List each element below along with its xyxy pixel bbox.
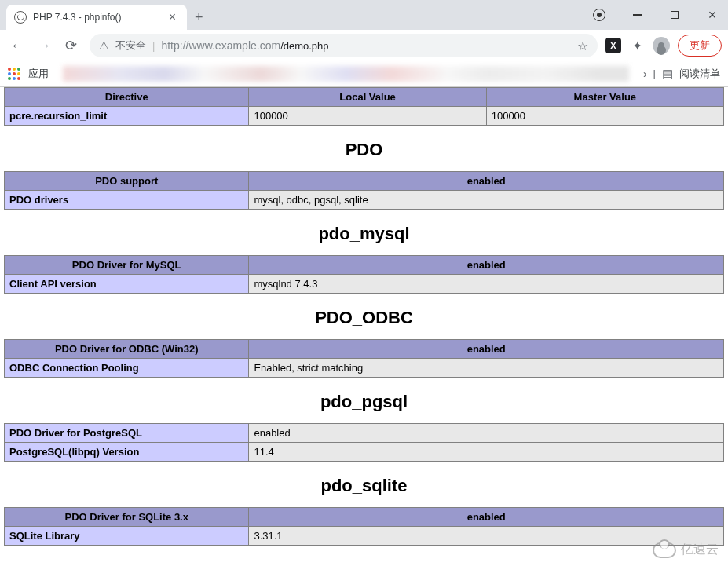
- row-val: 11.4: [249, 443, 724, 462]
- row-val: mysql, odbc, pgsql, sqlite: [249, 191, 724, 210]
- section-title-pdo-sqlite: pdo_sqlite: [4, 462, 724, 507]
- header-val: enabled: [249, 172, 724, 191]
- chevron-right-icon[interactable]: ›: [643, 68, 647, 80]
- header-val: enabled: [249, 340, 724, 359]
- table-header-row: Directive Local Value Master Value: [5, 88, 724, 107]
- table-row: PostgreSQL(libpq) Version 11.4: [5, 443, 724, 462]
- table-row: Client API version mysqlnd 7.4.3: [5, 275, 724, 294]
- col-local: Local Value: [249, 88, 486, 107]
- cloud-icon: [653, 542, 676, 558]
- address-bar[interactable]: ⚠ 不安全 | http://www.example.com/demo.php …: [90, 34, 598, 57]
- separator: |: [653, 68, 656, 79]
- row-key: ODBC Connection Pooling: [5, 359, 249, 378]
- table-row: ODBC Connection Pooling Enabled, strict …: [5, 359, 724, 378]
- close-icon[interactable]: ×: [166, 10, 179, 24]
- row-key: SQLite Library: [5, 527, 249, 546]
- pdo-table: PDO support enabled PDO drivers mysql, o…: [4, 171, 724, 210]
- watermark: 亿速云: [653, 542, 719, 558]
- back-button[interactable]: ←: [6, 35, 28, 57]
- reload-button[interactable]: ⟳: [60, 35, 82, 57]
- table-header-row: PDO Driver for ODBC (Win32) enabled: [5, 340, 724, 359]
- tab-title: PHP 7.4.3 - phpinfo(): [33, 12, 159, 23]
- section-title-pdo: PDO: [4, 126, 724, 171]
- update-button[interactable]: 更新: [678, 35, 722, 57]
- row-val: Enabled, strict matching: [249, 359, 724, 378]
- profile-avatar-icon[interactable]: [653, 37, 670, 54]
- row-key: PDO drivers: [5, 191, 249, 210]
- watermark-text: 亿速云: [681, 542, 719, 558]
- table-row: PDO drivers mysql, odbc, pgsql, sqlite: [5, 191, 724, 210]
- table-row: PDO Driver for PostgreSQL enabled: [5, 424, 724, 443]
- extension-icon[interactable]: X: [605, 38, 621, 53]
- reading-list-icon[interactable]: ▤: [662, 67, 673, 81]
- header-val: enabled: [249, 256, 724, 275]
- apps-label[interactable]: 应用: [28, 67, 49, 81]
- header-val: enabled: [249, 508, 724, 527]
- globe-icon: [14, 11, 27, 24]
- reading-list-label[interactable]: 阅读清单: [679, 67, 720, 81]
- browser-chrome: PHP 7.4.3 - phpinfo() × + × ← → ⟳ ⚠ 不安全 …: [0, 0, 728, 87]
- header-key: PDO support: [5, 172, 249, 191]
- section-title-pdo-mysql: pdo_mysql: [4, 210, 724, 255]
- new-tab-button[interactable]: +: [187, 5, 211, 30]
- maximize-icon[interactable]: [667, 7, 682, 23]
- bookmark-bar: 应用 › | ▤ 阅读清单: [0, 61, 728, 86]
- apps-icon[interactable]: [8, 68, 20, 80]
- title-bar: PHP 7.4.3 - phpinfo() × + ×: [0, 0, 728, 30]
- bookmark-star-icon[interactable]: ☆: [577, 38, 588, 53]
- window-close-icon[interactable]: ×: [704, 7, 720, 23]
- url-separator: |: [152, 40, 155, 52]
- pcre-table: Directive Local Value Master Value pcre.…: [4, 87, 724, 126]
- browser-tab[interactable]: PHP 7.4.3 - phpinfo() ×: [6, 5, 187, 30]
- incognito-icon[interactable]: [591, 7, 607, 23]
- pdo-pgsql-table: PDO Driver for PostgreSQL enabled Postgr…: [4, 423, 724, 462]
- row-key: PostgreSQL(libpq) Version: [5, 443, 249, 462]
- security-label: 不安全: [115, 38, 146, 53]
- extensions-icon[interactable]: ✦: [626, 35, 648, 57]
- row-key: PDO Driver for PostgreSQL: [5, 424, 249, 443]
- col-master: Master Value: [486, 88, 723, 107]
- row-key: Client API version: [5, 275, 249, 294]
- url-text: http://www.example.com/demo.php: [161, 39, 328, 52]
- header-key: PDO Driver for SQLite 3.x: [5, 508, 249, 527]
- bookmarks-blurred: [63, 66, 629, 82]
- pdo-sqlite-table: PDO Driver for SQLite 3.x enabled SQLite…: [4, 507, 724, 546]
- table-row: pcre.recursion_limit 100000 100000: [5, 107, 724, 126]
- pdo-mysql-table: PDO Driver for MySQL enabled Client API …: [4, 255, 724, 294]
- nav-bar: ← → ⟳ ⚠ 不安全 | http://www.example.com/dem…: [0, 30, 728, 61]
- directive-name: pcre.recursion_limit: [5, 107, 249, 126]
- table-header-row: PDO support enabled: [5, 172, 724, 191]
- warning-icon: ⚠: [99, 39, 109, 52]
- table-header-row: PDO Driver for SQLite 3.x enabled: [5, 508, 724, 527]
- forward-button[interactable]: →: [33, 35, 55, 57]
- row-val: enabled: [249, 424, 724, 443]
- pdo-odbc-table: PDO Driver for ODBC (Win32) enabled ODBC…: [4, 339, 724, 378]
- local-value: 100000: [249, 107, 486, 126]
- window-controls: ×: [591, 0, 728, 30]
- col-directive: Directive: [5, 88, 249, 107]
- section-title-pdo-pgsql: pdo_pgsql: [4, 378, 724, 423]
- header-key: PDO Driver for MySQL: [5, 256, 249, 275]
- section-title-pdo-odbc: PDO_ODBC: [4, 294, 724, 339]
- header-key: PDO Driver for ODBC (Win32): [5, 340, 249, 359]
- master-value: 100000: [486, 107, 723, 126]
- minimize-icon[interactable]: [629, 7, 645, 23]
- table-row: SQLite Library 3.31.1: [5, 527, 724, 546]
- table-header-row: PDO Driver for MySQL enabled: [5, 256, 724, 275]
- row-val: mysqlnd 7.4.3: [249, 275, 724, 294]
- phpinfo-content: Directive Local Value Master Value pcre.…: [0, 87, 728, 546]
